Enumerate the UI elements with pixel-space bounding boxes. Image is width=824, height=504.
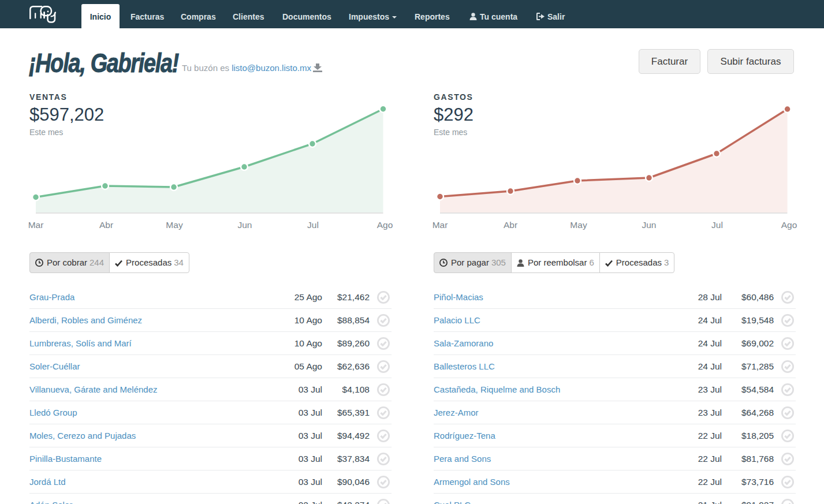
svg-text:Ago: Ago — [377, 220, 393, 230]
svg-text:Jun: Jun — [238, 220, 252, 230]
svg-text:Mar: Mar — [28, 220, 44, 230]
svg-text:Abr: Abr — [99, 220, 113, 230]
svg-text:Ago: Ago — [781, 220, 797, 230]
svg-text:Jun: Jun — [642, 220, 657, 230]
svg-text:Abr: Abr — [504, 220, 517, 230]
svg-text:Jul: Jul — [711, 220, 723, 230]
svg-text:May: May — [570, 220, 587, 230]
svg-text:May: May — [166, 220, 183, 230]
svg-text:Jul: Jul — [307, 220, 319, 230]
svg-text:Mar: Mar — [432, 220, 448, 230]
